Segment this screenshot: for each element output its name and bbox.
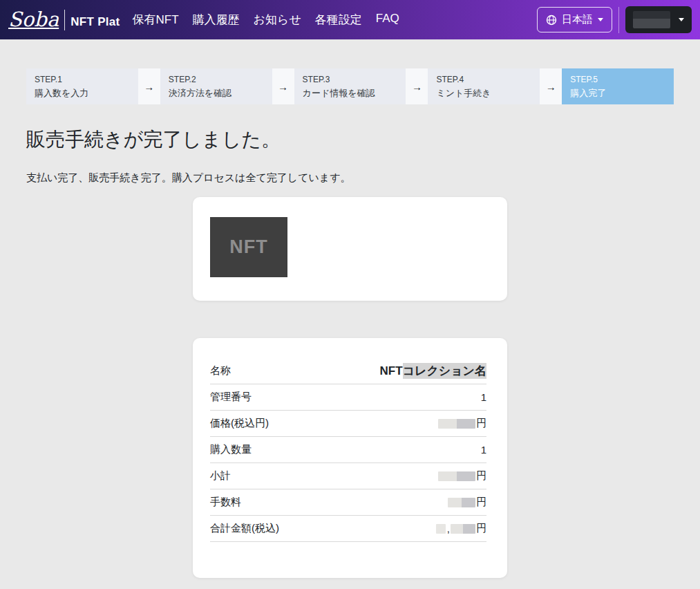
page-description: 支払い完了、販売手続き完了。購入プロセスは全て完了しています。	[26, 171, 674, 185]
summary-row-7: 合計金額(税込),円	[210, 516, 486, 542]
chevron-down-icon	[598, 18, 603, 21]
step-label: ミント手続き	[436, 88, 531, 100]
step-label: 購入完了	[570, 88, 665, 100]
page-title: 販売手続きが完了しました。	[26, 127, 674, 153]
account-name-redacted	[633, 11, 670, 28]
value-unit: 円	[476, 522, 486, 535]
value-unit: 円	[476, 469, 486, 483]
step-4: STEP.4ミント手続き	[428, 68, 540, 104]
summary-row-label: 購入数量	[210, 443, 252, 456]
step-3: STEP.3カード情報を確認	[294, 68, 406, 104]
step-arrow-icon: →	[138, 68, 160, 104]
brand-product-name: NFT Plat	[70, 15, 120, 29]
nav-link-2[interactable]: 購入履歴	[193, 12, 240, 28]
brand-logo[interactable]: Soba NFT Plat	[8, 10, 120, 30]
step-label: 購入数を入力	[35, 88, 130, 100]
brand-divider	[64, 10, 65, 30]
step-number: STEP.3	[303, 75, 398, 86]
step-number: STEP.4	[436, 75, 531, 86]
summary-row-value: ,円	[436, 522, 486, 535]
nav-link-5[interactable]: FAQ	[376, 12, 399, 28]
summary-row-value: 円	[438, 469, 486, 483]
purchase-summary-table: 名称NFTコレクション名管理番号1価格(税込円)円購入数量1小計円手数料円合計金…	[210, 358, 486, 542]
summary-row-value: NFTコレクション名	[380, 363, 486, 379]
globe-icon	[546, 15, 557, 26]
nav-link-4[interactable]: 各種設定	[315, 12, 362, 28]
summary-row-value: 円	[438, 417, 486, 430]
step-number: STEP.1	[35, 75, 130, 86]
main-content: STEP.1購入数を入力→STEP.2決済方法を確認→STEP.3カード情報を確…	[26, 68, 674, 578]
language-label: 日本語	[562, 13, 593, 26]
step-arrow-icon: →	[272, 68, 294, 104]
account-menu[interactable]	[625, 6, 692, 33]
value-unit: 円	[476, 496, 486, 509]
summary-row-value: 円	[448, 496, 486, 509]
step-5-active: STEP.5購入完了	[562, 68, 674, 104]
step-number: STEP.2	[169, 75, 264, 86]
step-label: カード情報を確認	[303, 88, 398, 100]
language-selector[interactable]: 日本語	[537, 7, 612, 32]
step-arrow-icon: →	[540, 68, 562, 104]
step-arrow-icon: →	[406, 68, 428, 104]
step-label: 決済方法を確認	[169, 88, 264, 100]
summary-row-label: 小計	[210, 469, 231, 483]
summary-row-label: 価格(税込円)	[210, 417, 269, 430]
summary-row-label: 手数料	[210, 496, 241, 509]
chevron-down-icon	[679, 18, 684, 21]
summary-row-label: 名称	[210, 364, 231, 377]
summary-row-2: 管理番号1	[210, 384, 486, 411]
nav-link-3[interactable]: お知らせ	[254, 12, 301, 28]
value-separator: ,	[447, 523, 450, 534]
nft-image-label: NFT	[229, 236, 267, 258]
summary-row-6: 手数料円	[210, 489, 486, 516]
value-redacted-block	[451, 524, 475, 534]
value-redacted-block	[448, 498, 475, 507]
summary-row-5: 小計円	[210, 463, 486, 489]
value-unit: 円	[476, 417, 486, 430]
value-highlighted: コレクション名	[403, 363, 486, 379]
nav-links: 保有NFT購入履歴お知らせ各種設定FAQ	[133, 12, 399, 28]
navbar-divider	[618, 7, 619, 33]
step-2: STEP.2決済方法を確認	[160, 68, 272, 104]
top-navbar: Soba NFT Plat 保有NFT購入履歴お知らせ各種設定FAQ 日本語	[0, 0, 700, 39]
summary-row-value: 1	[481, 444, 486, 456]
value-redacted-block	[438, 471, 475, 481]
value-redacted-block	[438, 419, 475, 429]
step-progress: STEP.1購入数を入力→STEP.2決済方法を確認→STEP.3カード情報を確…	[26, 68, 674, 104]
summary-row-label: 管理番号	[210, 391, 252, 404]
nft-image: NFT	[210, 217, 287, 277]
nav-link-1[interactable]: 保有NFT	[133, 12, 179, 28]
value-redacted-block	[436, 524, 446, 534]
summary-row-3: 価格(税込円)円	[210, 411, 486, 437]
step-1: STEP.1購入数を入力	[26, 68, 138, 104]
summary-row-4: 購入数量1	[210, 437, 486, 463]
summary-row-value: 1	[481, 391, 486, 403]
navbar-right: 日本語	[537, 6, 692, 33]
summary-row-1: 名称NFTコレクション名	[210, 358, 486, 384]
summary-row-label: 合計金額(税込)	[210, 522, 279, 535]
nft-image-card: NFT	[193, 197, 507, 301]
brand-logo-script: Soba	[8, 10, 59, 30]
step-number: STEP.5	[570, 75, 665, 86]
purchase-summary-card: 名称NFTコレクション名管理番号1価格(税込円)円購入数量1小計円手数料円合計金…	[193, 338, 507, 578]
value-plain: NFT	[380, 364, 403, 378]
